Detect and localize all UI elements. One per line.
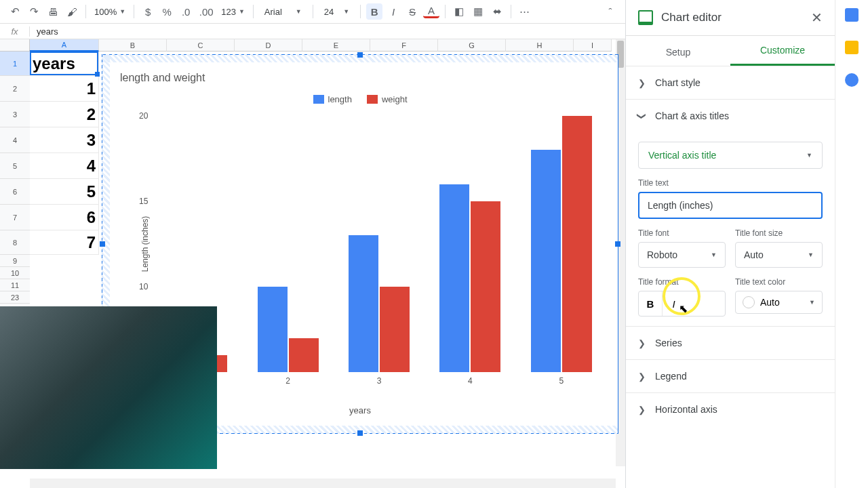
- chart-title[interactable]: length and weight: [120, 72, 205, 84]
- font-size-select[interactable]: 24▼: [319, 7, 355, 17]
- row-header[interactable]: 11: [0, 279, 30, 291]
- row-header[interactable]: 3: [0, 102, 30, 127]
- more-formats[interactable]: 123▼: [218, 7, 248, 17]
- borders-icon[interactable]: ▦: [470, 3, 486, 20]
- horizontal-scrollbar[interactable]: [30, 479, 616, 488]
- column-header[interactable]: I: [574, 39, 612, 52]
- cell[interactable]: 2: [30, 102, 99, 127]
- column-header[interactable]: E: [302, 39, 370, 52]
- title-font-select[interactable]: Roboto▼: [638, 242, 726, 268]
- percent-icon[interactable]: %: [159, 3, 175, 20]
- tab-customize[interactable]: Customize: [730, 37, 835, 66]
- section-series[interactable]: ❯Series: [626, 326, 835, 359]
- cell[interactable]: 3: [30, 127, 99, 153]
- merge-cells-icon[interactable]: ⬌: [489, 3, 505, 20]
- toolbar: ↶ ↷ 🖶 🖌 100%▼ $ % .0 .00 123▼ Arial▼ 24▼…: [0, 0, 625, 23]
- section-chart-style[interactable]: ❯Chart style: [626, 66, 835, 99]
- panel-title: Chart editor: [661, 11, 803, 24]
- column-header[interactable]: D: [235, 39, 302, 52]
- close-icon[interactable]: ✕: [811, 9, 823, 26]
- row-header[interactable]: 1: [0, 52, 30, 76]
- column-header[interactable]: G: [438, 39, 506, 52]
- row-header[interactable]: 10: [0, 267, 30, 279]
- y-axis-title[interactable]: Length (inches): [140, 216, 150, 272]
- cell[interactable]: 5: [30, 179, 99, 205]
- cell[interactable]: 7: [30, 230, 99, 255]
- column-header[interactable]: C: [167, 39, 235, 52]
- row-header[interactable]: 2: [0, 76, 30, 102]
- label-title-font: Title font: [638, 228, 726, 238]
- strikethrough-button[interactable]: S: [404, 3, 420, 20]
- keep-icon[interactable]: [845, 41, 859, 54]
- title-text-input[interactable]: [638, 192, 823, 219]
- label-title-format: Title format: [638, 277, 726, 287]
- chart-bar[interactable]: [562, 116, 592, 372]
- section-horizontal-axis[interactable]: ❯Horizontal axis: [626, 392, 835, 426]
- column-header[interactable]: B: [99, 39, 167, 52]
- cell[interactable]: 1: [30, 76, 99, 102]
- collapse-toolbar-icon[interactable]: ˆ: [602, 3, 618, 20]
- undo-icon[interactable]: ↶: [7, 3, 23, 20]
- chart-bar[interactable]: [471, 201, 500, 372]
- bold-button[interactable]: B: [366, 3, 382, 20]
- label-title-text: Title text: [638, 178, 823, 188]
- cell[interactable]: years: [30, 52, 99, 76]
- paint-format-icon[interactable]: 🖌: [64, 3, 80, 20]
- chart-bar[interactable]: [380, 287, 410, 372]
- tasks-icon[interactable]: [845, 73, 859, 87]
- select-all-corner[interactable]: [0, 39, 30, 52]
- chart-bar[interactable]: [349, 235, 378, 372]
- chart-bar[interactable]: [258, 287, 288, 372]
- section-chart-axis-titles[interactable]: ❯Chart & axis titles: [626, 99, 835, 132]
- row-header[interactable]: 6: [0, 179, 30, 205]
- cell[interactable]: 6: [30, 205, 99, 230]
- calendar-icon[interactable]: [845, 8, 859, 22]
- title-type-select[interactable]: Vertical axis title▼: [638, 142, 823, 169]
- chart-bar[interactable]: [289, 338, 319, 372]
- title-bold-button[interactable]: B: [639, 291, 662, 316]
- redo-icon[interactable]: ↷: [26, 3, 42, 20]
- title-italic-button[interactable]: I: [662, 291, 685, 316]
- column-header[interactable]: A: [30, 39, 99, 52]
- chart-bar[interactable]: [531, 150, 561, 372]
- label-title-font-size: Title font size: [735, 228, 823, 238]
- row-header[interactable]: 8: [0, 230, 30, 255]
- zoom-select[interactable]: 100%▼: [92, 7, 128, 17]
- webcam-overlay: [0, 306, 217, 469]
- tab-setup[interactable]: Setup: [626, 39, 730, 66]
- more-toolbar-icon[interactable]: ⋯: [517, 3, 533, 20]
- column-header[interactable]: H: [506, 39, 574, 52]
- chart-editor-panel: Chart editor ✕ Setup Customize ❯Chart st…: [625, 0, 835, 488]
- decrease-decimal-icon[interactable]: .0: [178, 3, 194, 20]
- chart-legend[interactable]: length weight: [102, 94, 618, 104]
- row-header[interactable]: 23: [0, 291, 30, 304]
- formula-value[interactable]: years: [30, 26, 58, 37]
- text-color-button[interactable]: A: [423, 5, 439, 18]
- row-header[interactable]: 4: [0, 127, 30, 153]
- title-text-color-select[interactable]: Auto▼: [735, 291, 823, 314]
- column-header[interactable]: F: [370, 39, 438, 52]
- fx-icon: fx: [0, 26, 30, 37]
- print-icon[interactable]: 🖶: [45, 3, 61, 20]
- chart-icon: [638, 10, 653, 25]
- formula-bar: fx years: [0, 23, 625, 39]
- cell[interactable]: 4: [30, 153, 99, 179]
- panel-tabs: Setup Customize: [626, 36, 835, 66]
- title-font-size-select[interactable]: Auto▼: [735, 242, 823, 268]
- fill-color-icon[interactable]: ◧: [451, 3, 467, 20]
- section-legend[interactable]: ❯Legend: [626, 359, 835, 392]
- font-select[interactable]: Arial▼: [259, 7, 307, 17]
- chart-plot-area[interactable]: 10152012345: [151, 116, 607, 372]
- increase-decimal-icon[interactable]: .00: [197, 3, 216, 20]
- row-header[interactable]: 7: [0, 205, 30, 230]
- row-header[interactable]: 5: [0, 153, 30, 179]
- row-header[interactable]: 9: [0, 255, 30, 267]
- italic-button[interactable]: I: [385, 3, 401, 20]
- label-title-text-color: Title text color: [735, 277, 823, 287]
- side-panel: [835, 0, 868, 488]
- currency-icon[interactable]: $: [140, 3, 156, 20]
- chart-bar[interactable]: [439, 184, 469, 372]
